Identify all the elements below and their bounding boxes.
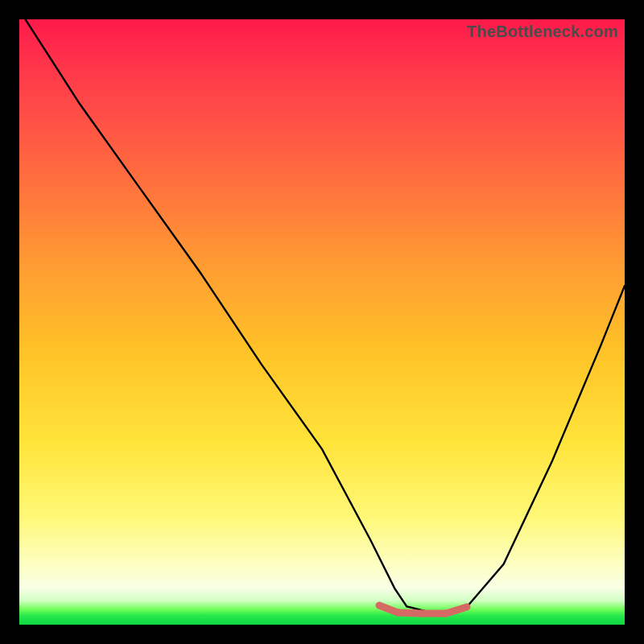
curve-layer: [19, 19, 625, 625]
svg-line-1: [398, 613, 422, 613]
plot-area: TheBottleneck.com: [19, 19, 625, 625]
svg-line-3: [446, 607, 467, 613]
bottleneck-curve: [26, 19, 625, 613]
watermark-text: TheBottleneck.com: [467, 23, 618, 41]
flat-zone-marker: [379, 605, 467, 613]
chart-frame: TheBottleneck.com: [0, 0, 644, 644]
